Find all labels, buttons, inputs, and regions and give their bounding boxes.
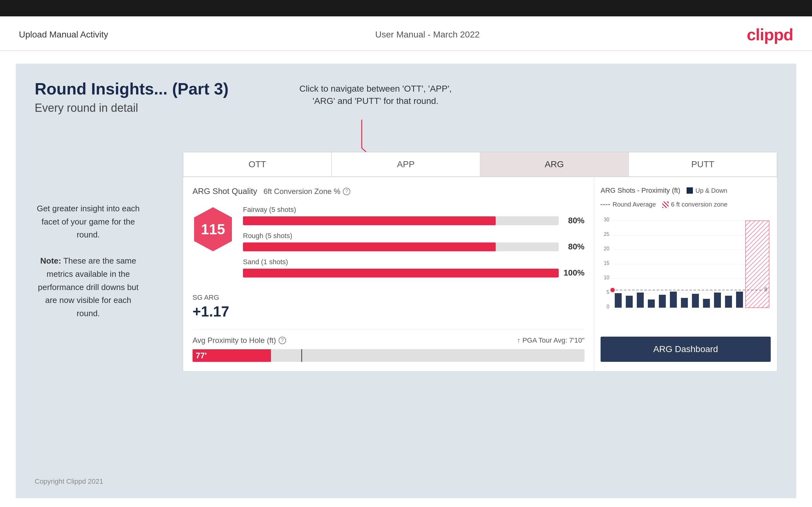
insight-text: Get greater insight into each facet of y… <box>35 202 142 320</box>
legend-hatch-icon <box>662 202 669 208</box>
right-panel: ARG Shots - Proximity (ft) Up & Down Rou… <box>594 177 777 371</box>
svg-rect-22 <box>626 296 633 308</box>
main-content: Round Insights... (Part 3) Every round i… <box>16 64 796 498</box>
legend-up-down: Up & Down <box>687 187 727 194</box>
svg-text:30: 30 <box>604 217 609 222</box>
svg-rect-25 <box>659 295 666 308</box>
proximity-help-icon[interactable]: ? <box>278 337 286 344</box>
fairway-bar-bg <box>243 216 559 225</box>
dashboard-panel: OTT APP ARG PUTT ARG Shot Quality 6ft Co… <box>183 152 777 372</box>
chart-title: ARG Shots - Proximity (ft) <box>601 186 680 194</box>
help-icon[interactable]: ? <box>343 188 350 195</box>
proximity-header: Avg Proximity to Hole (ft) ? ↑ PGA Tour … <box>193 336 585 345</box>
shot-quality-list: Fairway (5 shots) 80% Rough (5 shots) <box>243 206 585 284</box>
pga-avg: ↑ PGA Tour Avg: 7'10" <box>517 336 585 344</box>
rough-label: Rough (5 shots) <box>243 232 585 240</box>
svg-text:0: 0 <box>607 304 609 309</box>
tab-putt[interactable]: PUTT <box>628 152 777 177</box>
user-manual-date: User Manual - March 2022 <box>375 30 479 40</box>
panel-body: ARG Shot Quality 6ft Conversion Zone % ?… <box>183 177 777 371</box>
shot-row-sand: Sand (1 shots) 100% <box>243 258 585 278</box>
tab-ott[interactable]: OTT <box>183 152 332 177</box>
svg-rect-31 <box>725 296 732 308</box>
tab-app[interactable]: APP <box>332 152 480 177</box>
sand-pct: 100% <box>562 268 585 278</box>
rough-bar-bg <box>243 242 559 251</box>
svg-rect-28 <box>692 294 699 308</box>
tab-arg[interactable]: ARG <box>480 152 628 177</box>
svg-text:20: 20 <box>604 246 609 251</box>
sand-label: Sand (1 shots) <box>243 258 585 266</box>
shot-row-fairway: Fairway (5 shots) 80% <box>243 206 585 225</box>
sg-value: +1.17 <box>193 303 585 320</box>
clippd-logo: clippd <box>747 25 793 44</box>
sg-section: SG ARG +1.17 <box>193 293 585 320</box>
upload-manual-label: Upload Manual Activity <box>19 30 108 40</box>
svg-rect-23 <box>637 292 644 308</box>
shot-row-rough: Rough (5 shots) 80% <box>243 232 585 251</box>
legend-dash-icon <box>601 204 610 205</box>
proximity-bar-fill: 77' <box>193 349 271 362</box>
svg-rect-27 <box>681 298 688 308</box>
svg-point-19 <box>610 288 615 292</box>
chart-area: 30 25 20 15 10 5 0 <box>601 215 771 330</box>
panel-header: ARG Shot Quality 6ft Conversion Zone % ? <box>193 186 585 196</box>
fairway-bar-fill <box>243 216 496 225</box>
rough-pct: 80% <box>562 242 585 251</box>
cursor-line <box>301 349 302 362</box>
proximity-title: Avg Proximity to Hole (ft) ? <box>193 336 286 345</box>
conversion-zone-label: 6ft Conversion Zone % ? <box>263 187 350 196</box>
legend-box-icon <box>687 187 693 194</box>
sand-bar-bg <box>243 269 559 277</box>
svg-rect-30 <box>714 292 721 308</box>
chart-header: ARG Shots - Proximity (ft) Up & Down Rou… <box>601 186 771 208</box>
header: Upload Manual Activity User Manual - Mar… <box>0 16 812 51</box>
svg-text:10: 10 <box>604 275 609 280</box>
svg-rect-21 <box>615 293 622 308</box>
left-panel: ARG Shot Quality 6ft Conversion Zone % ?… <box>183 177 594 371</box>
legend-round-avg: Round Average <box>601 201 656 208</box>
score-value: 115 <box>201 221 225 238</box>
svg-rect-24 <box>648 299 655 308</box>
proximity-bar: 77' <box>193 349 585 362</box>
fairway-pct: 80% <box>562 216 585 225</box>
footer-copyright: Copyright Clippd 2021 <box>35 477 103 486</box>
legend-conversion-zone: 6 ft conversion zone <box>662 201 727 208</box>
sand-bar-fill <box>243 269 559 277</box>
arg-shot-quality-label: ARG Shot Quality <box>193 186 257 196</box>
proximity-section: Avg Proximity to Hole (ft) ? ↑ PGA Tour … <box>193 329 585 362</box>
score-section: 115 Fairway (5 shots) 80% <box>193 206 585 284</box>
tabs-row: OTT APP ARG PUTT <box>183 152 777 177</box>
svg-text:15: 15 <box>604 261 609 266</box>
rough-bar-fill <box>243 242 496 251</box>
top-bar <box>0 0 812 16</box>
svg-rect-32 <box>736 292 743 308</box>
hexagon-score: 115 <box>193 206 234 253</box>
arg-dashboard-button[interactable]: ARG Dashboard <box>601 337 771 362</box>
sg-label: SG ARG <box>193 293 585 302</box>
chart-svg: 30 25 20 15 10 5 0 <box>601 215 771 315</box>
svg-rect-26 <box>670 292 677 308</box>
svg-text:25: 25 <box>604 231 609 237</box>
proximity-value: 77' <box>196 351 207 360</box>
nav-annotation: Click to navigate between 'OTT', 'APP','… <box>299 82 452 107</box>
fairway-label: Fairway (5 shots) <box>243 206 585 214</box>
svg-rect-29 <box>703 299 710 308</box>
svg-rect-34 <box>746 221 769 308</box>
svg-text:5: 5 <box>607 289 609 295</box>
